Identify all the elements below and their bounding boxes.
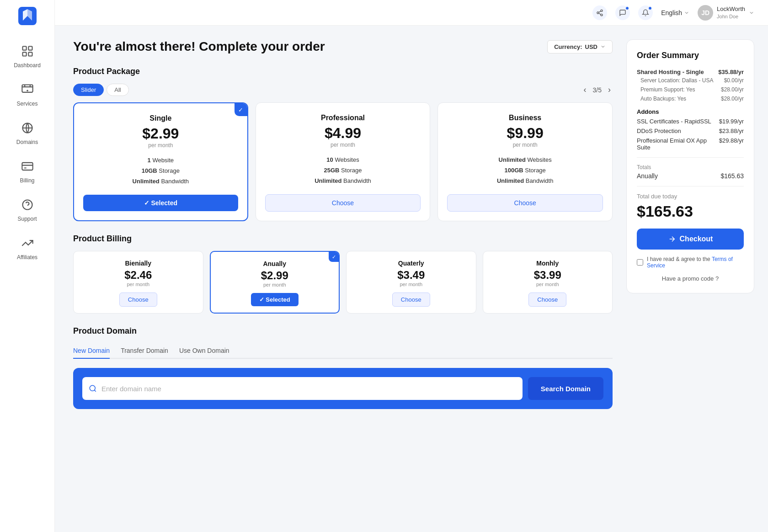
plan-professional-choose-button[interactable]: Choose	[265, 194, 421, 212]
sidebar-item-services[interactable]: Services	[0, 75, 54, 113]
svg-point-11	[597, 12, 599, 14]
domain-tab-transfer[interactable]: Transfer Domain	[121, 343, 168, 359]
services-icon	[19, 81, 36, 98]
search-domain-button[interactable]: Search Domain	[528, 377, 603, 400]
addon-0: SSL Certificates - RapidSSL $19.99/yr	[637, 118, 744, 125]
search-icon	[89, 384, 97, 393]
total-due-amount: $165.63	[637, 202, 744, 220]
plan-business-choose-button[interactable]: Choose	[447, 194, 603, 212]
plan-business-card: Business $9.99 per month Unlimited Websi…	[437, 102, 613, 221]
billing-quaterly-price: $3.49	[353, 269, 469, 282]
affiliates-label: Affiliates	[17, 254, 37, 261]
sidebar-item-dashboard[interactable]: Dashboard	[0, 37, 54, 75]
billing-bienially-choose-button[interactable]: Choose	[119, 293, 157, 307]
billing-monhly-choose-button[interactable]: Choose	[528, 293, 566, 307]
feature-item: 25GB Storage	[265, 165, 421, 176]
pagination-label: 3/5	[593, 86, 602, 94]
language-label: English	[661, 9, 682, 16]
plan-professional-name: Professional	[265, 114, 421, 122]
language-selector[interactable]: English	[661, 9, 689, 16]
summary-sub-price-1: $28.00/yr	[721, 86, 744, 93]
billing-monhly-card[interactable]: Monhly $3.99 per month Choose	[483, 251, 613, 314]
feature-item: Unlimited Bandwidth	[265, 176, 421, 186]
summary-sub-label-2: Auto Backups: Yes	[640, 96, 686, 102]
notification-icon-button[interactable]	[638, 5, 653, 20]
pagination-prev[interactable]: ‹	[582, 85, 588, 95]
billing-monhly-price: $3.99	[490, 269, 606, 282]
sidebar-item-billing[interactable]: Billing	[0, 152, 54, 190]
user-name-block: LockWorth John Doe	[717, 5, 745, 20]
chat-icon-button[interactable]	[615, 5, 630, 20]
totals-period: Anually	[637, 172, 658, 180]
main-content: You're almost there! Complete your order…	[73, 39, 613, 518]
support-label: Support	[17, 216, 37, 222]
sidebar: Dashboard Services Domains Billing Suppo…	[0, 0, 55, 532]
user-menu[interactable]: JD LockWorth John Doe	[698, 5, 754, 21]
plan-business-name: Business	[447, 114, 603, 122]
user-username: John Doe	[717, 13, 745, 20]
billing-anually-card[interactable]: ✓ Anually $2.99 per month ✓ Selected	[210, 251, 340, 314]
addon-label-0: SSL Certificates - RapidSSL	[637, 118, 711, 125]
user-chevron-icon	[749, 10, 754, 16]
dashboard-label: Dashboard	[14, 62, 41, 69]
tos-text: I have read & agree to the Terms of Serv…	[647, 256, 744, 269]
plan-single-check: ✓	[235, 103, 247, 116]
summary-main-price: $35.88/yr	[718, 69, 744, 75]
sidebar-item-support[interactable]: Support	[0, 190, 54, 229]
tab-all[interactable]: All	[107, 84, 128, 96]
billing-monhly-period: per month	[490, 282, 606, 287]
domain-search-input[interactable]	[97, 385, 516, 393]
billing-quaterly-period: per month	[353, 282, 469, 287]
domain-tabs: New Domain Transfer Domain Use Own Domai…	[73, 343, 613, 359]
plan-single-features: 1 Website 10GB Storage Unlimited Bandwid…	[83, 155, 238, 186]
svg-point-13	[90, 385, 95, 391]
billing-anually-period: per month	[217, 282, 333, 287]
support-icon	[19, 197, 36, 213]
totals-line: Anually $165.63	[637, 172, 744, 180]
addon-2: Proffesional Emial OX App Suite $29.88/y…	[637, 137, 744, 151]
svg-point-9	[22, 200, 32, 210]
package-section-title: Product Package	[73, 67, 613, 76]
plan-professional-price: $4.99	[265, 125, 421, 142]
billing-bienially-card[interactable]: Bienially $2.46 per month Choose	[73, 251, 203, 314]
plan-single-selected-button[interactable]: ✓ Selected	[83, 195, 238, 211]
summary-sub-2: Auto Backups: Yes $28.00/yr	[637, 96, 744, 102]
plan-single-period: per month	[83, 142, 238, 149]
sidebar-item-affiliates[interactable]: Affiliates	[0, 229, 54, 267]
domain-tab-own[interactable]: Use Own Domain	[179, 343, 229, 359]
topbar: English JD LockWorth John Doe	[55, 0, 768, 26]
feature-item: 10 Websites	[265, 154, 421, 165]
billing-quaterly-choose-button[interactable]: Choose	[392, 293, 430, 307]
brand-logo[interactable]	[16, 5, 39, 27]
domain-tab-new[interactable]: New Domain	[73, 343, 110, 359]
content-area: You're almost there! Complete your order…	[55, 26, 768, 532]
addon-price-1: $23.88/yr	[719, 128, 744, 134]
billing-anually-price: $2.99	[217, 269, 333, 282]
billing-bienially-price: $2.46	[80, 269, 197, 282]
plan-business-features: Unlimited Websites 100GB Storage Unlimit…	[447, 154, 603, 186]
checkout-arrow-icon	[668, 235, 676, 243]
page-header: You're almost there! Complete your order…	[73, 39, 613, 54]
plan-professional-features: 10 Websites 25GB Storage Unlimited Bandw…	[265, 154, 421, 186]
promo-code-text[interactable]: Have a promo code ?	[637, 275, 744, 282]
feature-item: Unlimited Bandwidth	[83, 176, 238, 186]
billing-quaterly-card[interactable]: Quaterly $3.49 per month Choose	[346, 251, 476, 314]
addon-1: DDoS Protection $23.88/yr	[637, 128, 744, 134]
summary-main-label: Shared Hosting - Single	[637, 69, 704, 75]
sidebar-item-domains[interactable]: Domains	[0, 113, 54, 152]
currency-selector[interactable]: Currency: USD	[547, 40, 613, 53]
totals-amount: $165.63	[720, 172, 744, 180]
summary-divider-2	[637, 186, 744, 186]
share-icon-button[interactable]	[592, 5, 607, 20]
tos-row: I have read & agree to the Terms of Serv…	[637, 256, 744, 269]
plan-professional-card: Professional $4.99 per month 10 Websites…	[256, 102, 431, 221]
billing-anually-selected-button[interactable]: ✓ Selected	[251, 293, 299, 306]
tos-checkbox[interactable]	[637, 259, 643, 266]
billing-bienially-name: Bienially	[80, 260, 197, 267]
tab-slider[interactable]: Slider	[73, 84, 104, 96]
checkout-button[interactable]: Checkout	[637, 229, 744, 250]
pagination-next[interactable]: ›	[606, 85, 613, 95]
billing-cards: Bienially $2.46 per month Choose ✓ Anual…	[73, 251, 613, 314]
billing-label: Billing	[20, 177, 34, 184]
addon-price-0: $19.99/yr	[719, 118, 744, 125]
